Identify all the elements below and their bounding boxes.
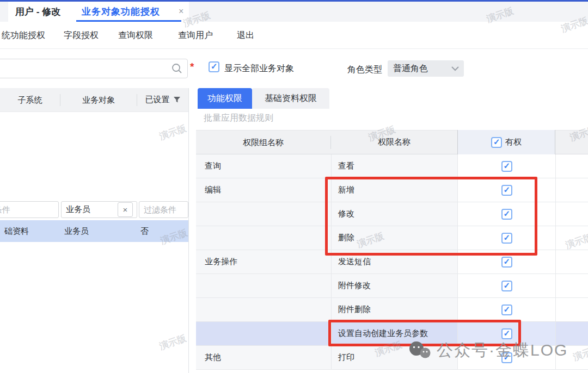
cell-permission-name: 发送短信 (331, 250, 457, 274)
search-input[interactable] (0, 59, 188, 78)
cell-permission-name: 附件修改 (331, 274, 457, 298)
batch-apply-rule-button[interactable]: 批量应用数据规则 (204, 113, 273, 124)
left-table-header: 子系统 业务对象 已设置 (0, 88, 188, 112)
column-header-subsystem[interactable]: 子系统 (0, 94, 60, 106)
cell-permission-group (196, 322, 331, 346)
table-row[interactable]: 修改 (196, 202, 588, 226)
granted-checkbox[interactable] (501, 304, 512, 315)
role-type-value: 普通角色 (393, 63, 428, 74)
column-header-business-object[interactable]: 业务对象 (60, 94, 137, 106)
menu-item-query-permission[interactable]: 查询权限 (118, 30, 153, 41)
required-asterisk: * (190, 61, 194, 73)
business-object-list-panel: 子系统 业务对象 已设置 × 础资料 业务员 否 (0, 88, 189, 373)
cell-permission-group (196, 274, 331, 298)
cell-permission-group (196, 226, 331, 250)
table-row-selected[interactable]: 设置自动创建业务员参数 (196, 322, 588, 346)
cell-is-set: 否 (136, 226, 188, 237)
cell-permission-name: 修改 (331, 202, 457, 226)
table-row[interactable]: 编辑 新增 (196, 178, 588, 202)
cell-permission-group (196, 298, 331, 322)
window-tab-user-edit[interactable]: 用户 - 修改 (15, 2, 60, 22)
clear-filter-button[interactable]: × (118, 202, 133, 217)
granted-header-checkbox[interactable] (491, 137, 502, 148)
table-row[interactable]: 删除 (196, 226, 588, 250)
column-header-is-set[interactable]: 已设置 (137, 95, 188, 105)
cell-granted (457, 298, 555, 322)
role-type-label: 角色类型 (347, 64, 382, 76)
tab-function-permission[interactable]: 功能权限 (198, 88, 252, 109)
cell-permission-group: 查询 (196, 154, 331, 178)
cell-granted (457, 322, 555, 346)
cell-permission-group: 业务操作 (196, 250, 331, 274)
menu-item-exit[interactable]: 退出 (237, 30, 254, 41)
table-row[interactable]: 附件删除 (196, 298, 588, 322)
cell-permission-name: 查看 (331, 154, 457, 178)
cell-empty (555, 346, 588, 370)
cell-permission-name: 打印 (331, 346, 457, 370)
granted-checkbox[interactable] (501, 328, 512, 339)
cell-empty (555, 178, 588, 202)
cell-empty (555, 298, 588, 322)
permission-table-body: 查询 查看 编辑 新增 修改 删除 业务操作 发送短信 (196, 154, 588, 370)
table-row[interactable]: 础资料 业务员 否 (0, 220, 188, 242)
cell-permission-group (196, 202, 331, 226)
cell-granted (457, 346, 555, 370)
filter-input-is-set[interactable] (139, 201, 188, 218)
table-row[interactable]: 业务操作 发送短信 (196, 250, 588, 274)
chevron-down-icon (451, 66, 460, 71)
cell-empty (555, 226, 588, 250)
search-icon (171, 63, 183, 74)
cell-granted (457, 154, 555, 178)
app-window: 用户 - 修改 业务对象功能授权 × 统功能授权 字段授权 查询权限 查询用户 … (0, 0, 588, 373)
close-icon[interactable]: × (179, 5, 183, 17)
cell-permission-name: 设置自动创建业务员参数 (331, 322, 457, 346)
granted-checkbox[interactable] (501, 161, 512, 172)
cell-granted (457, 250, 555, 274)
granted-checkbox[interactable] (501, 185, 512, 196)
granted-checkbox[interactable] (501, 233, 512, 244)
cell-granted (457, 202, 555, 226)
permission-table-header: 权限组名称 权限名称 有权 (196, 130, 588, 154)
cell-empty (555, 274, 588, 298)
column-header-granted[interactable]: 有权 (457, 130, 555, 154)
cell-empty (555, 322, 588, 346)
cell-permission-group: 其他 (196, 346, 331, 370)
menu-item-query-user[interactable]: 查询用户 (178, 30, 213, 41)
show-all-checkbox[interactable] (209, 61, 219, 72)
tab-basedata-permission[interactable]: 基础资料权限 (252, 88, 329, 109)
menu-item-field-auth[interactable]: 字段授权 (64, 30, 99, 41)
menu-item-system-auth[interactable]: 统功能授权 (2, 30, 45, 41)
granted-checkbox[interactable] (501, 352, 512, 363)
cell-granted (457, 274, 555, 298)
cell-permission-group: 编辑 (196, 178, 331, 202)
window-tab-bizobj-auth[interactable]: 业务对象功能授权 (82, 2, 160, 22)
cell-granted (457, 178, 555, 202)
granted-checkbox[interactable] (501, 281, 512, 291)
cell-permission-name: 附件删除 (331, 298, 457, 322)
column-header-is-set-label: 已设置 (145, 95, 170, 105)
cell-empty (555, 202, 588, 226)
column-header-permission-name[interactable]: 权限名称 (331, 137, 457, 147)
cell-empty (555, 250, 588, 274)
table-row[interactable]: 附件修改 (196, 274, 588, 298)
granted-checkbox[interactable] (501, 209, 512, 220)
cell-business-object: 业务员 (60, 226, 136, 237)
cell-permission-name: 删除 (331, 226, 457, 250)
cell-empty (555, 154, 588, 178)
cell-permission-name: 新增 (331, 178, 457, 202)
cell-subsystem: 础资料 (0, 226, 60, 237)
column-header-permission-group[interactable]: 权限组名称 (196, 136, 331, 149)
table-row[interactable]: 其他 打印 (196, 346, 588, 370)
granted-checkbox[interactable] (501, 257, 512, 268)
show-all-label: 显示全部业务对象 (224, 63, 294, 74)
table-row[interactable]: 查询 查看 (196, 154, 588, 178)
granted-header-label: 有权 (505, 137, 522, 147)
filter-input-subsystem[interactable] (0, 201, 59, 218)
cell-granted (457, 226, 555, 250)
filter-funnel-icon[interactable] (173, 96, 181, 103)
